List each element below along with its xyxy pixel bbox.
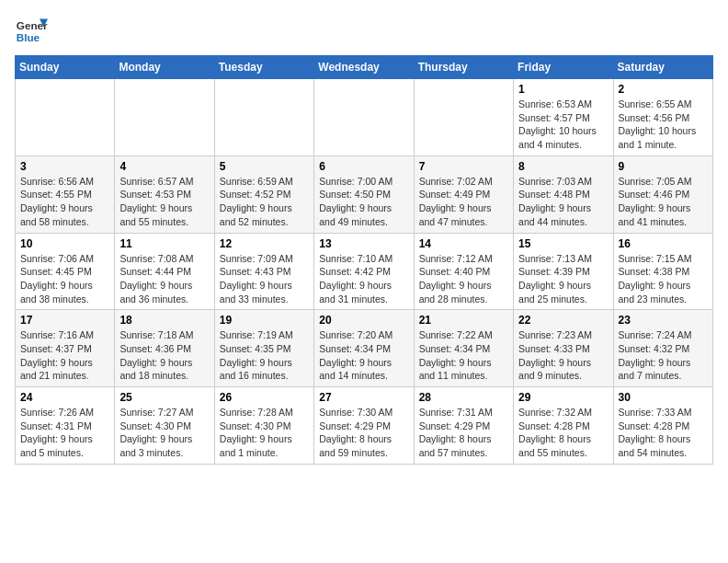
day-detail: Sunrise: 7:10 AM Sunset: 4:42 PM Dayligh… (319, 252, 408, 306)
calendar-header-thursday: Thursday (414, 56, 513, 79)
calendar-cell: 26Sunrise: 7:28 AM Sunset: 4:30 PM Dayli… (214, 387, 313, 465)
calendar-cell: 6Sunrise: 7:00 AM Sunset: 4:50 PM Daylig… (314, 155, 414, 233)
day-number: 22 (518, 314, 608, 327)
day-number: 4 (119, 160, 209, 173)
day-number: 3 (20, 160, 109, 173)
calendar-cell: 8Sunrise: 7:03 AM Sunset: 4:48 PM Daylig… (514, 155, 613, 233)
calendar-cell: 14Sunrise: 7:12 AM Sunset: 4:40 PM Dayli… (414, 233, 513, 310)
calendar-header-sunday: Sunday (16, 56, 115, 79)
day-detail: Sunrise: 7:09 AM Sunset: 4:43 PM Dayligh… (220, 252, 309, 306)
day-detail: Sunrise: 7:12 AM Sunset: 4:40 PM Dayligh… (419, 252, 508, 306)
day-number: 10 (20, 237, 109, 250)
day-detail: Sunrise: 7:28 AM Sunset: 4:30 PM Dayligh… (220, 406, 309, 460)
day-number: 8 (518, 160, 608, 173)
calendar-week-row: 1Sunrise: 6:53 AM Sunset: 4:57 PM Daylig… (16, 79, 713, 156)
calendar-week-row: 3Sunrise: 6:56 AM Sunset: 4:55 PM Daylig… (16, 155, 713, 233)
calendar-cell: 2Sunrise: 6:55 AM Sunset: 4:56 PM Daylig… (613, 79, 712, 156)
calendar-header-tuesday: Tuesday (214, 56, 313, 79)
day-number: 28 (419, 391, 508, 404)
calendar-cell: 10Sunrise: 7:06 AM Sunset: 4:45 PM Dayli… (16, 233, 115, 310)
day-detail: Sunrise: 7:26 AM Sunset: 4:31 PM Dayligh… (20, 406, 109, 460)
calendar-cell (214, 79, 313, 156)
day-detail: Sunrise: 7:06 AM Sunset: 4:45 PM Dayligh… (20, 252, 109, 306)
calendar-cell: 15Sunrise: 7:13 AM Sunset: 4:39 PM Dayli… (514, 233, 613, 310)
day-detail: Sunrise: 7:03 AM Sunset: 4:48 PM Dayligh… (518, 175, 608, 229)
calendar-cell: 13Sunrise: 7:10 AM Sunset: 4:42 PM Dayli… (314, 233, 414, 310)
day-number: 2 (619, 83, 708, 96)
day-number: 23 (619, 314, 708, 327)
day-number: 30 (619, 391, 708, 404)
day-detail: Sunrise: 7:00 AM Sunset: 4:50 PM Dayligh… (319, 175, 408, 229)
day-number: 12 (220, 237, 309, 250)
calendar-cell: 21Sunrise: 7:22 AM Sunset: 4:34 PM Dayli… (414, 310, 513, 387)
day-detail: Sunrise: 6:57 AM Sunset: 4:53 PM Dayligh… (119, 175, 209, 229)
calendar-cell: 22Sunrise: 7:23 AM Sunset: 4:33 PM Dayli… (514, 310, 613, 387)
day-detail: Sunrise: 7:31 AM Sunset: 4:29 PM Dayligh… (419, 406, 508, 460)
day-number: 24 (20, 391, 109, 404)
day-detail: Sunrise: 6:55 AM Sunset: 4:56 PM Dayligh… (619, 98, 708, 152)
calendar-cell: 7Sunrise: 7:02 AM Sunset: 4:49 PM Daylig… (414, 155, 513, 233)
calendar-cell: 27Sunrise: 7:30 AM Sunset: 4:29 PM Dayli… (314, 387, 414, 465)
calendar-header-monday: Monday (115, 56, 214, 79)
logo: General Blue (15, 15, 51, 48)
day-number: 21 (419, 314, 508, 327)
header: General Blue (15, 15, 713, 48)
day-detail: Sunrise: 6:59 AM Sunset: 4:52 PM Dayligh… (220, 175, 309, 229)
calendar-week-row: 24Sunrise: 7:26 AM Sunset: 4:31 PM Dayli… (16, 387, 713, 465)
day-detail: Sunrise: 6:53 AM Sunset: 4:57 PM Dayligh… (518, 98, 608, 152)
day-detail: Sunrise: 7:22 AM Sunset: 4:34 PM Dayligh… (419, 328, 508, 383)
calendar-cell: 29Sunrise: 7:32 AM Sunset: 4:28 PM Dayli… (514, 387, 613, 465)
calendar-cell: 23Sunrise: 7:24 AM Sunset: 4:32 PM Dayli… (613, 310, 712, 387)
day-number: 5 (220, 160, 309, 173)
calendar-header-wednesday: Wednesday (314, 56, 414, 79)
calendar-cell: 3Sunrise: 6:56 AM Sunset: 4:55 PM Daylig… (16, 155, 115, 233)
day-detail: Sunrise: 7:32 AM Sunset: 4:28 PM Dayligh… (518, 406, 608, 460)
day-number: 11 (119, 237, 209, 250)
calendar-cell (115, 79, 214, 156)
calendar-cell: 18Sunrise: 7:18 AM Sunset: 4:36 PM Dayli… (115, 310, 214, 387)
day-number: 14 (419, 237, 508, 250)
calendar-cell: 17Sunrise: 7:16 AM Sunset: 4:37 PM Dayli… (16, 310, 115, 387)
day-detail: Sunrise: 7:27 AM Sunset: 4:30 PM Dayligh… (119, 406, 209, 460)
day-number: 1 (518, 83, 608, 96)
day-detail: Sunrise: 7:13 AM Sunset: 4:39 PM Dayligh… (518, 252, 608, 306)
day-number: 17 (20, 314, 109, 327)
day-detail: Sunrise: 7:30 AM Sunset: 4:29 PM Dayligh… (319, 406, 408, 460)
calendar-cell: 28Sunrise: 7:31 AM Sunset: 4:29 PM Dayli… (414, 387, 513, 465)
day-number: 13 (319, 237, 408, 250)
day-number: 25 (119, 391, 209, 404)
calendar: SundayMondayTuesdayWednesdayThursdayFrid… (15, 55, 713, 465)
day-number: 7 (419, 160, 508, 173)
day-number: 18 (119, 314, 209, 327)
day-detail: Sunrise: 7:02 AM Sunset: 4:49 PM Dayligh… (419, 175, 508, 229)
day-detail: Sunrise: 6:56 AM Sunset: 4:55 PM Dayligh… (20, 175, 109, 229)
day-number: 9 (619, 160, 708, 173)
calendar-cell (16, 79, 115, 156)
calendar-cell (314, 79, 414, 156)
day-detail: Sunrise: 7:08 AM Sunset: 4:44 PM Dayligh… (119, 252, 209, 306)
calendar-cell: 12Sunrise: 7:09 AM Sunset: 4:43 PM Dayli… (214, 233, 313, 310)
day-number: 19 (220, 314, 309, 327)
day-detail: Sunrise: 7:33 AM Sunset: 4:28 PM Dayligh… (619, 406, 708, 460)
day-number: 15 (518, 237, 608, 250)
day-number: 29 (518, 391, 608, 404)
calendar-cell: 1Sunrise: 6:53 AM Sunset: 4:57 PM Daylig… (514, 79, 613, 156)
day-detail: Sunrise: 7:16 AM Sunset: 4:37 PM Dayligh… (20, 328, 109, 383)
logo-icon: General Blue (15, 15, 48, 48)
calendar-cell: 5Sunrise: 6:59 AM Sunset: 4:52 PM Daylig… (214, 155, 313, 233)
calendar-header-friday: Friday (514, 56, 613, 79)
day-number: 20 (319, 314, 408, 327)
calendar-cell: 25Sunrise: 7:27 AM Sunset: 4:30 PM Dayli… (115, 387, 214, 465)
calendar-cell: 19Sunrise: 7:19 AM Sunset: 4:35 PM Dayli… (214, 310, 313, 387)
calendar-cell: 20Sunrise: 7:20 AM Sunset: 4:34 PM Dayli… (314, 310, 414, 387)
day-detail: Sunrise: 7:05 AM Sunset: 4:46 PM Dayligh… (619, 175, 708, 229)
day-detail: Sunrise: 7:19 AM Sunset: 4:35 PM Dayligh… (220, 328, 309, 383)
calendar-week-row: 10Sunrise: 7:06 AM Sunset: 4:45 PM Dayli… (16, 233, 713, 310)
day-detail: Sunrise: 7:24 AM Sunset: 4:32 PM Dayligh… (619, 328, 708, 383)
calendar-cell: 9Sunrise: 7:05 AM Sunset: 4:46 PM Daylig… (613, 155, 712, 233)
calendar-cell: 4Sunrise: 6:57 AM Sunset: 4:53 PM Daylig… (115, 155, 214, 233)
day-number: 27 (319, 391, 408, 404)
day-detail: Sunrise: 7:23 AM Sunset: 4:33 PM Dayligh… (518, 328, 608, 383)
calendar-cell: 11Sunrise: 7:08 AM Sunset: 4:44 PM Dayli… (115, 233, 214, 310)
day-number: 6 (319, 160, 408, 173)
